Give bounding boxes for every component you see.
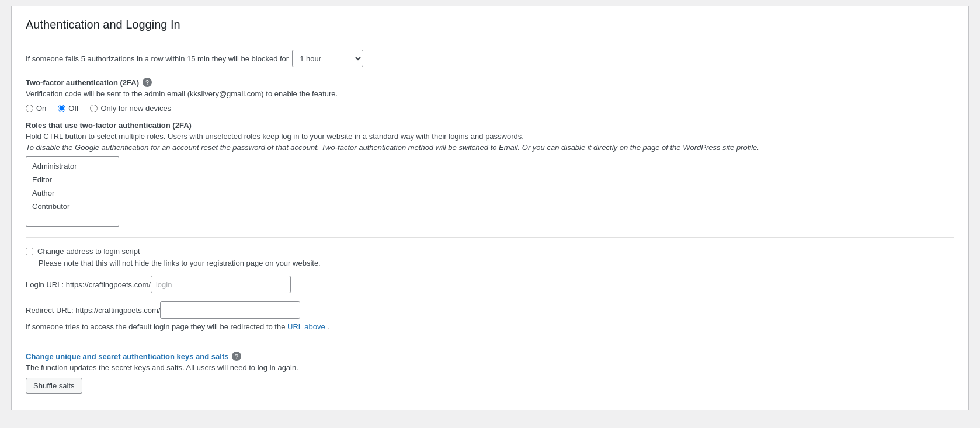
secret-keys-section: Change unique and secret authentication … [26, 352, 954, 394]
tfa-section: Two-factor authentication (2FA) ? Verifi… [26, 78, 954, 227]
redirect-url-input[interactable] [160, 301, 300, 319]
role-administrator: Administrator [26, 159, 119, 173]
tfa-on-label: On [36, 104, 46, 113]
keys-description: The function updates the secret keys and… [26, 363, 954, 372]
tfa-radio-new-devices[interactable] [90, 105, 98, 112]
tfa-title: Two-factor authentication (2FA) [26, 78, 139, 87]
keys-help-icon[interactable]: ? [232, 352, 241, 361]
roles-listbox-container: Administrator Editor Author Contributor [26, 156, 119, 227]
tfa-new-devices-label: Only for new devices [100, 104, 171, 113]
tfa-description: Verification code will be sent to the ad… [26, 89, 954, 98]
redirect-note-link: URL above [287, 322, 325, 331]
roles-italic-note: To disable the Google authentication for… [26, 143, 843, 152]
keys-header: Change unique and secret authentication … [26, 352, 954, 361]
tfa-option-new-devices[interactable]: Only for new devices [90, 104, 171, 113]
shuffle-salts-button[interactable]: Shuffle salts [26, 378, 82, 394]
roles-description: Hold CTRL button to select multiple role… [26, 132, 610, 141]
redirect-note-after: . [327, 322, 329, 331]
role-editor: Editor [26, 173, 119, 186]
login-address-note: Please note that this will not hide the … [39, 259, 954, 267]
brute-force-description: If someone fails 5 authorizations in a r… [26, 54, 289, 63]
keys-title[interactable]: Change unique and secret authentication … [26, 352, 228, 361]
roles-multiselect[interactable]: Administrator Editor Author Contributor [26, 159, 119, 224]
brute-force-row: If someone fails 5 authorizations in a r… [26, 50, 954, 67]
duration-select[interactable]: 15 minutes 30 minutes 1 hour 2 hours 4 h… [292, 50, 363, 67]
redirect-url-label: Redirect URL: https://craftingpoets.com/ [26, 306, 160, 315]
redirect-note-before: If someone tries to access the default l… [26, 322, 285, 331]
page-container: Authentication and Logging In If someone… [11, 6, 969, 410]
change-address-checkbox[interactable] [26, 248, 33, 255]
change-address-label[interactable]: Change address to login script [37, 247, 140, 256]
tfa-radio-off[interactable] [58, 105, 65, 112]
change-login-address-row: Change address to login script [26, 247, 954, 256]
tfa-help-icon[interactable]: ? [143, 78, 152, 87]
login-url-label: Login URL: https://craftingpoets.com/ [26, 280, 151, 289]
page-title: Authentication and Logging In [26, 18, 954, 39]
roles-section: Roles that use two-factor authentication… [26, 121, 954, 227]
tfa-header: Two-factor authentication (2FA) ? [26, 78, 954, 87]
login-url-input[interactable] [151, 276, 291, 293]
login-address-section: Change address to login script Please no… [26, 247, 954, 331]
redirect-note: If someone tries to access the default l… [26, 322, 954, 331]
tfa-off-label: Off [68, 104, 78, 113]
roles-title: Roles that use two-factor authentication… [26, 121, 954, 130]
divider-2 [26, 342, 954, 342]
divider-1 [26, 237, 954, 238]
redirect-url-row: Redirect URL: https://craftingpoets.com/ [26, 301, 954, 319]
brute-force-section: If someone fails 5 authorizations in a r… [26, 50, 954, 67]
tfa-radio-on[interactable] [26, 105, 33, 112]
tfa-radio-group: On Off Only for new devices [26, 104, 954, 113]
tfa-option-off[interactable]: Off [58, 104, 78, 113]
role-author: Author [26, 186, 119, 200]
tfa-option-on[interactable]: On [26, 104, 46, 113]
login-url-row: Login URL: https://craftingpoets.com/ [26, 276, 954, 293]
role-contributor: Contributor [26, 200, 119, 213]
